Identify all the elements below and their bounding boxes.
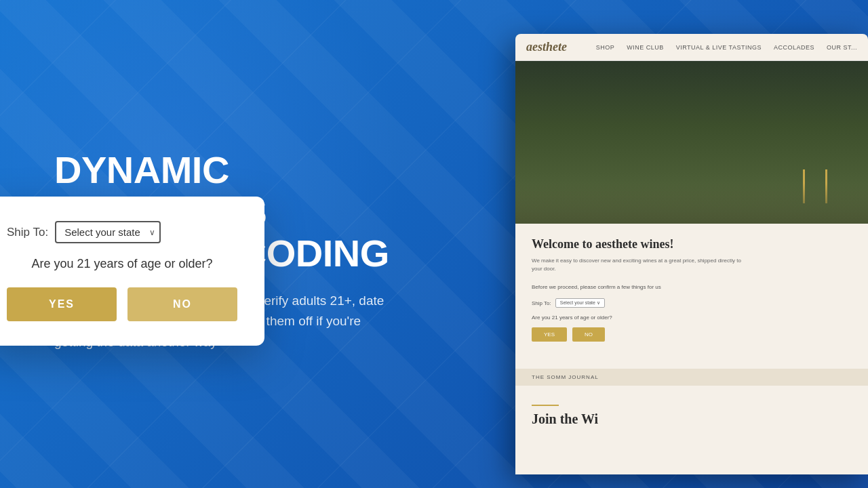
fence-post-1: [803, 169, 805, 203]
browser-logo: aesthete: [526, 40, 567, 54]
site-join-title: Join the Wi: [532, 411, 852, 427]
site-hero-image: [515, 61, 868, 224]
nav-our-story: OUR ST...: [827, 44, 857, 51]
site-join-divider: [532, 405, 559, 406]
popup-no-button[interactable]: NO: [127, 287, 237, 321]
fence-post-2: [825, 169, 827, 203]
popup-state-wrapper: Select your state California New York Te…: [55, 221, 161, 243]
nav-wine-club: WINE CLUB: [627, 44, 664, 51]
browser-mockup: aesthete SHOP WINE CLUB VIRTUAL & LIVE T…: [515, 34, 868, 474]
browser-content: Welcome to aesthete wines! We make it ea…: [515, 61, 868, 474]
nav-shop: SHOP: [596, 44, 615, 51]
right-section: aesthete SHOP WINE CLUB VIRTUAL & LIVE T…: [488, 34, 868, 474]
popup-ship-label: Ship To:: [7, 226, 48, 239]
browser-bar: aesthete SHOP WINE CLUB VIRTUAL & LIVE T…: [515, 34, 868, 61]
site-ship-to-row: Ship To: Select your state ∨: [532, 298, 852, 308]
popup-yes-button[interactable]: YES: [7, 287, 117, 321]
popup-state-select[interactable]: Select your state California New York Te…: [55, 221, 161, 243]
site-body: Welcome to aesthete wines! We make it ea…: [515, 224, 868, 355]
popup-card: Ship To: Select your state California Ne…: [0, 197, 264, 346]
popup-ship-row: Ship To: Select your state California Ne…: [7, 221, 237, 243]
popup-buttons: YES NO: [7, 287, 237, 321]
site-journal-label: THE SOMM JOURNAL: [515, 369, 868, 386]
site-age-text: Are you 21 years of age or older?: [532, 314, 852, 321]
browser-nav: SHOP WINE CLUB VIRTUAL & LIVE TASTINGS A…: [596, 44, 857, 51]
site-join-section: Join the Wi: [515, 386, 868, 441]
fence-posts: [803, 169, 827, 203]
site-body-text: We make it easy to discover new and exci…: [532, 257, 749, 273]
popup-age-question: Are you 21 years of age or older?: [7, 257, 237, 271]
site-welcome-title: Welcome to aesthete wines!: [532, 237, 852, 251]
site-state-select[interactable]: Select your state ∨: [555, 298, 605, 308]
site-confirm-text: Before we proceed, please confirm a few …: [532, 284, 852, 290]
site-buttons: YES NO: [532, 327, 852, 342]
site-ship-label: Ship To:: [532, 300, 551, 306]
nav-accolades: ACCOLADES: [774, 44, 814, 51]
nav-tastings: VIRTUAL & LIVE TASTINGS: [676, 44, 762, 51]
site-no-button[interactable]: NO: [572, 327, 605, 342]
site-yes-button[interactable]: YES: [532, 327, 567, 342]
